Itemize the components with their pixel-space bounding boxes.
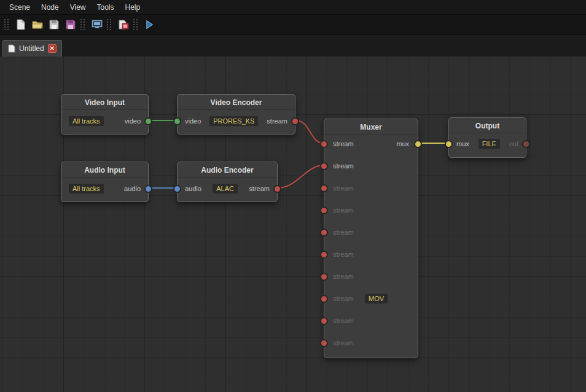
port-label-stream-9: stream [333,339,354,347]
port-stream-input-8[interactable] [320,317,328,325]
open-scene-button[interactable] [29,17,45,33]
port-label-out: out [509,140,518,147]
export-media-icon [118,20,129,30]
new-file-icon [16,19,26,30]
port-stream-input-9[interactable] [320,339,328,347]
toolbar-drag-handle[interactable] [133,19,138,30]
port-label-stream-4: stream [333,229,354,236]
param-tracks[interactable]: All tracks [69,184,104,194]
node-title: Audio Encoder [178,162,277,178]
port-mux-output[interactable] [414,140,422,148]
node-output[interactable]: Output mux FILE out [448,117,526,158]
save-as-icon [66,20,76,29]
port-label-stream-5: stream [333,251,354,258]
param-tracks[interactable]: All tracks [69,116,104,126]
port-video-output[interactable] [144,117,152,125]
play-icon [145,20,154,29]
node-muxer[interactable]: Muxer stream stream stream stream stream… [324,119,418,358]
port-label-audio-in: audio [185,185,201,192]
port-label-mux-out: mux [396,140,409,147]
export-button[interactable] [115,17,131,33]
new-scene-button[interactable] [12,17,29,33]
port-label-mux-in: mux [456,140,469,147]
node-row: mux [324,138,418,149]
port-label-stream-1: stream [333,162,354,170]
menu-help[interactable]: Help [120,0,146,15]
port-stream-input-2[interactable] [320,184,328,192]
save-scene-button[interactable] [45,17,62,33]
node-row: stream [324,249,418,260]
tab-untitled[interactable]: Untitled ✕ [2,40,62,57]
tab-title: Untitled [19,44,44,53]
menu-scene[interactable]: Scene [4,0,36,15]
document-icon [8,44,15,53]
tab-close-icon[interactable]: ✕ [48,44,57,53]
port-label-stream-3: stream [333,206,354,214]
port-label-video-in: video [185,117,201,125]
port-label-stream-8: stream [333,317,354,324]
param-codec[interactable]: PRORES_KS [209,116,258,126]
port-mux-input[interactable] [445,140,453,148]
run-button[interactable] [141,17,158,33]
port-label-stream-2: stream [333,184,354,192]
menu-node[interactable]: Node [36,0,64,15]
port-audio-input[interactable] [173,185,181,193]
node-row: stream [324,337,418,348]
port-out-output[interactable] [522,140,530,148]
node-canvas[interactable]: Video Input All tracks video Video Encod… [0,57,586,392]
open-folder-icon [32,20,43,29]
node-row: All tracks audio [61,183,148,194]
port-stream-output[interactable] [273,185,281,193]
toolbar-drag-handle[interactable] [4,19,9,30]
node-title: Muxer [324,119,418,135]
node-video-encoder[interactable]: Video Encoder video PRORES_KS stream [177,94,295,135]
node-video-input[interactable]: Video Input All tracks video [61,94,149,135]
application-window: Scene Node View Tools Help [0,0,586,392]
node-row: stream [324,182,418,194]
port-stream-output[interactable] [291,117,299,125]
menu-view[interactable]: View [64,0,92,15]
port-stream-input-6[interactable] [320,273,328,281]
node-row: video PRORES_KS stream [178,116,295,127]
param-container-format[interactable]: MOV [365,294,388,304]
toolbar-drag-handle[interactable] [80,19,85,30]
toolbar [0,15,586,35]
wire-video-stream [295,120,324,143]
preview-monitor-icon [92,20,103,29]
port-stream-input-5[interactable] [320,251,328,259]
node-row: All tracks video [61,116,148,127]
node-title: Video Input [61,95,148,110]
port-label-stream-7: stream [333,295,354,302]
port-label-audio-out: audio [124,185,141,192]
port-label-stream-6: stream [333,273,354,280]
node-row: stream [324,205,418,216]
port-stream-input-4[interactable] [320,229,328,237]
port-stream-input-0[interactable] [320,140,328,148]
node-title: Output [449,118,526,133]
port-video-input[interactable] [173,117,181,125]
param-destination[interactable]: FILE [479,139,500,149]
port-stream-input-3[interactable] [320,206,328,214]
toolbar-drag-handle[interactable] [107,19,111,30]
node-row: stream [324,160,418,171]
port-stream-input-1[interactable] [320,162,328,170]
node-title: Audio Input [61,162,148,178]
tab-bar: Untitled ✕ [0,35,586,57]
port-stream-input-7[interactable] [320,295,328,303]
save-icon [49,20,59,29]
preview-button[interactable] [88,17,105,33]
node-row: mux FILE out [449,138,526,149]
port-label-stream-out: stream [267,117,287,125]
wire-audio-stream [278,165,324,188]
menu-bar: Scene Node View Tools Help [0,0,586,15]
save-scene-as-button[interactable] [62,17,79,33]
port-audio-output[interactable] [144,185,152,193]
param-codec[interactable]: ALAC [213,184,238,194]
node-row: stream [324,315,418,326]
node-title: Video Encoder [178,95,295,110]
node-audio-encoder[interactable]: Audio Encoder audio ALAC stream [177,162,278,202]
port-label-stream-out: stream [249,185,270,192]
node-row: audio ALAC stream [178,183,277,194]
node-audio-input[interactable]: Audio Input All tracks audio [61,162,149,202]
menu-tools[interactable]: Tools [92,0,120,15]
